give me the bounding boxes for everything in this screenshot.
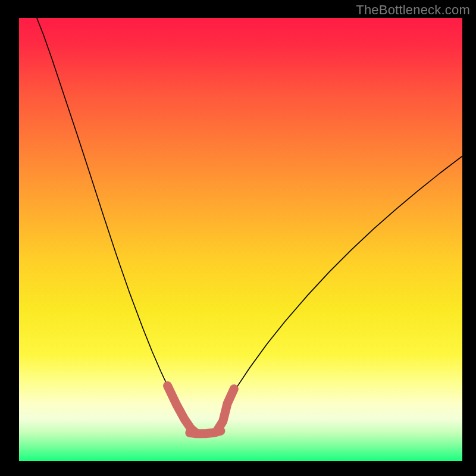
bottleneck-chart — [0, 0, 476, 476]
chart-frame: TheBottleneck.com — [0, 0, 476, 476]
gradient-background — [19, 18, 462, 461]
